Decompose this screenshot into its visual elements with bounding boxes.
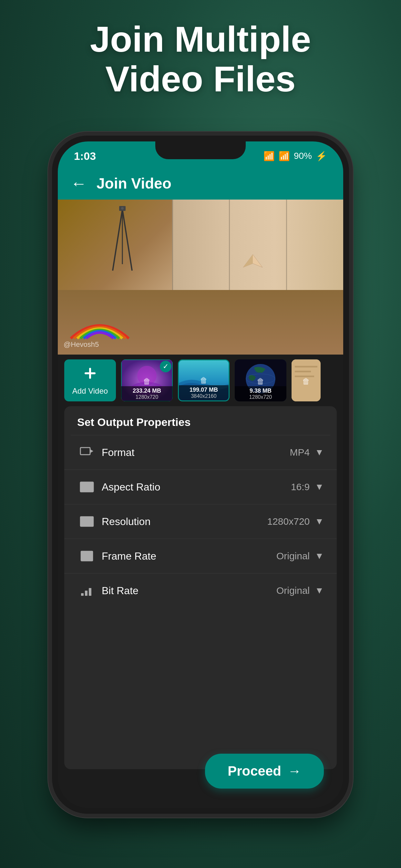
svg-rect-20 (295, 371, 311, 372)
svg-rect-34 (81, 593, 84, 596)
svg-rect-8 (85, 372, 96, 374)
svg-text:1080: 1080 (82, 520, 90, 524)
frame-rate-label: Frame Rate (96, 550, 276, 562)
format-label: Format (96, 446, 290, 459)
hero-title: Join Multiple Video Files (0, 20, 401, 99)
aspect-ratio-label: Aspect Ratio (96, 481, 291, 493)
svg-rect-19 (295, 366, 317, 368)
thumbnail-info: 233.24 MB 1280x720 (121, 386, 173, 401)
signal-icon: 📶 (264, 151, 275, 161)
aspect-ratio-row[interactable]: Aspect Ratio 16:9 ▼ (64, 470, 337, 504)
add-video-label: Add Video (72, 386, 108, 396)
thumbnail-info: 199.07 MB 3840x2160 (179, 385, 228, 400)
delete-icon[interactable]: 🗑 (257, 377, 265, 386)
signal-icon-2: 📶 (279, 151, 290, 161)
status-time: 1:03 (74, 150, 96, 162)
svg-marker-23 (90, 449, 93, 453)
aspect-ratio-icon (77, 479, 96, 495)
svg-rect-22 (81, 447, 90, 455)
frame-rate-dropdown-icon: ▼ (315, 551, 324, 561)
properties-header: Set Output Properties (64, 406, 337, 435)
thumbnail-item[interactable]: 199.07 MB 3840x2160 🗑 (178, 360, 229, 401)
resolution-row[interactable]: 1080 Resolution 1280x720 ▼ (64, 504, 337, 539)
phone-frame: 1:03 📶 📶 90% ⚡ ← Join Video (52, 135, 349, 814)
aspect-ratio-value: 16:9 (291, 482, 310, 492)
video-watermark: @Hevosh5 (64, 340, 99, 349)
add-icon (82, 365, 98, 384)
svg-marker-6 (243, 254, 253, 268)
properties-title: Set Output Properties (77, 416, 190, 428)
origami-bird (240, 251, 266, 271)
add-video-button[interactable]: Add Video (64, 360, 116, 401)
thumbnail-strip: Add Video ✓ (58, 354, 343, 406)
bit-rate-label: Bit Rate (96, 585, 276, 597)
rainbow-decoration (67, 309, 132, 342)
bit-rate-value: Original (276, 585, 310, 596)
thumbnail-item[interactable]: 9.38 MB 1280x720 🗑 (235, 360, 286, 401)
notch (155, 142, 246, 159)
frame-rate-icon (77, 548, 96, 564)
bit-rate-dropdown-icon: ▼ (315, 585, 324, 596)
status-icons: 📶 📶 90% ⚡ (264, 151, 327, 161)
resolution-dropdown-icon: ▼ (315, 516, 324, 527)
video-preview: @Hevosh5 (58, 199, 343, 354)
delete-icon[interactable]: 🗑 (200, 376, 208, 385)
resolution-icon: 1080 (77, 514, 96, 530)
format-row[interactable]: Format MP4 ▼ (64, 435, 337, 470)
resolution-value: 1280x720 (267, 516, 310, 527)
svg-line-0 (113, 209, 122, 271)
proceed-arrow-icon: → (288, 764, 301, 779)
thumbnail-info: 9.38 MB 1280x720 (235, 386, 286, 401)
back-button[interactable]: ← (71, 174, 87, 193)
thumbnail-item[interactable]: 🗑 (291, 360, 320, 401)
svg-line-1 (122, 209, 132, 271)
format-icon (77, 444, 96, 461)
thumbnail-item[interactable]: ✓ 233.24 MB 1280x720 🗑 (121, 360, 173, 401)
bit-rate-icon (77, 583, 96, 599)
svg-rect-25 (83, 485, 91, 490)
svg-point-4 (121, 207, 124, 210)
proceed-button[interactable]: Proceed → (205, 754, 324, 788)
frame-rate-row[interactable]: Frame Rate Original ▼ (64, 539, 337, 574)
format-dropdown-icon: ▼ (315, 447, 324, 458)
app-bar: ← Join Video (58, 167, 343, 199)
format-value: MP4 (290, 447, 310, 458)
app-bar-title: Join Video (96, 175, 172, 192)
svg-rect-36 (89, 588, 91, 596)
frame-rate-value: Original (276, 551, 310, 562)
properties-section: Set Output Properties Format MP4 ▼ (64, 406, 337, 769)
selected-check: ✓ (160, 361, 172, 372)
bit-rate-row[interactable]: Bit Rate Original ▼ (64, 574, 337, 608)
resolution-label: Resolution (96, 516, 267, 528)
battery-icon: ⚡ (316, 151, 327, 161)
delete-icon[interactable]: 🗑 (302, 377, 310, 386)
aspect-ratio-dropdown-icon: ▼ (315, 482, 324, 492)
phone-screen: 1:03 📶 📶 90% ⚡ ← Join Video (58, 142, 343, 808)
tripod-decoration (110, 206, 135, 277)
battery-percentage: 90% (294, 151, 312, 161)
delete-icon[interactable]: 🗑 (143, 377, 151, 386)
proceed-label: Proceed (227, 764, 281, 779)
svg-rect-35 (85, 591, 88, 596)
